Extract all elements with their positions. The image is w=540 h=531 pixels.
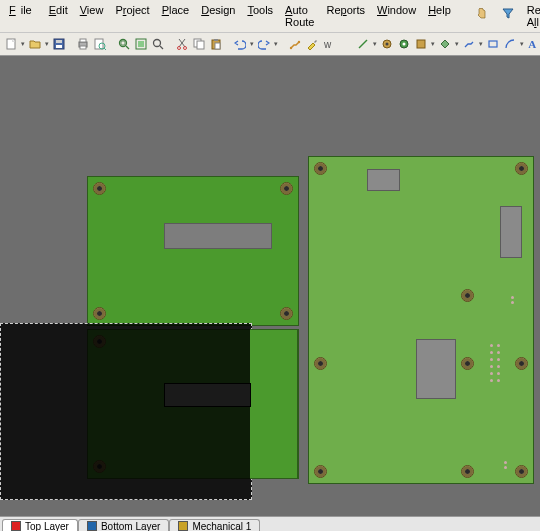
menu-file[interactable]: File (4, 2, 42, 30)
svg-rect-34 (417, 40, 425, 48)
mounting-hole[interactable] (280, 307, 293, 320)
svg-point-33 (403, 43, 406, 46)
svg-rect-26 (214, 39, 218, 41)
menu-repour[interactable]: Repour All (522, 2, 540, 30)
mounting-hole[interactable] (515, 162, 528, 175)
via-array[interactable] (490, 344, 493, 382)
menu-edit[interactable]: Edit (44, 2, 73, 30)
dropdown-arrow-icon[interactable]: ▾ (274, 36, 278, 52)
mounting-hole[interactable] (461, 465, 474, 478)
menu-help[interactable]: Help (423, 2, 456, 30)
selection-rectangle[interactable] (0, 323, 252, 500)
tab-top-layer[interactable]: Top Layer (2, 519, 78, 532)
paste-icon[interactable] (209, 35, 223, 53)
cutout[interactable] (164, 383, 251, 407)
dropdown-arrow-icon[interactable]: ▾ (21, 36, 25, 52)
cutout[interactable] (416, 339, 456, 399)
save-icon[interactable] (52, 35, 66, 53)
svg-rect-10 (80, 46, 86, 49)
toolbar-hand-icon[interactable] (470, 2, 494, 24)
dropdown-arrow-icon[interactable]: ▾ (455, 36, 459, 52)
menu-view[interactable]: View (75, 2, 109, 30)
mounting-hole[interactable] (93, 307, 106, 320)
mounting-hole[interactable] (461, 289, 474, 302)
coord-label: w (322, 39, 333, 50)
toolbar: ▾ ▾ ▾ ▾ w ▾ ▾ ▾ ▾ ▾ A ▾ [No Variations] … (0, 33, 540, 56)
place-via-icon[interactable] (380, 35, 394, 53)
place-fill-icon[interactable] (414, 35, 428, 53)
place-pad-icon[interactable] (397, 35, 411, 53)
place-track-icon[interactable] (356, 35, 370, 53)
zoom-fit-icon[interactable] (134, 35, 148, 53)
dropdown-arrow-icon[interactable]: ▾ (479, 36, 483, 52)
svg-point-28 (290, 47, 292, 49)
svg-point-31 (386, 43, 389, 46)
highlight-icon[interactable] (305, 35, 319, 53)
copy-icon[interactable] (192, 35, 206, 53)
dropdown-arrow-icon[interactable]: ▾ (373, 36, 377, 52)
mounting-hole[interactable] (515, 465, 528, 478)
place-rect-icon[interactable] (486, 35, 500, 53)
print-preview-icon[interactable] (93, 35, 107, 53)
redo-icon[interactable] (257, 35, 271, 53)
via-array[interactable] (497, 344, 500, 382)
menu-tools[interactable]: Tools (242, 2, 278, 30)
undo-icon[interactable] (233, 35, 247, 53)
place-string-icon[interactable]: A (527, 35, 537, 53)
mounting-hole[interactable] (515, 357, 528, 370)
menu-reports[interactable]: Reports (321, 2, 370, 30)
toolbar-filter-icon[interactable] (496, 2, 520, 24)
mounting-hole[interactable] (280, 182, 293, 195)
menu-place[interactable]: Place (157, 2, 195, 30)
svg-rect-35 (489, 41, 497, 47)
pcb-board-1[interactable] (87, 176, 299, 326)
svg-rect-7 (56, 40, 62, 43)
svg-line-15 (126, 46, 129, 49)
tab-bottom-layer[interactable]: Bottom Layer (78, 519, 169, 532)
route-icon[interactable] (288, 35, 302, 53)
svg-rect-24 (197, 41, 204, 49)
svg-point-14 (120, 40, 127, 47)
via-pair[interactable] (504, 461, 507, 469)
dropdown-arrow-icon[interactable]: ▾ (431, 36, 435, 52)
cut-icon[interactable] (175, 35, 189, 53)
place-polygon-icon[interactable] (438, 35, 452, 53)
svg-line-13 (104, 48, 106, 50)
menu-window[interactable]: Window (372, 2, 421, 30)
place-arc-icon[interactable] (503, 35, 517, 53)
pcb-board-2-visible[interactable] (250, 329, 298, 479)
dropdown-arrow-icon[interactable]: ▾ (520, 36, 524, 52)
cutout[interactable] (500, 206, 522, 258)
tab-label: Bottom Layer (101, 521, 160, 532)
print-icon[interactable] (76, 35, 90, 53)
svg-rect-6 (56, 45, 62, 48)
pcb-canvas[interactable] (0, 56, 540, 516)
svg-point-19 (154, 40, 161, 47)
menu-autoroute[interactable]: Auto Route (280, 2, 319, 30)
dropdown-arrow-icon[interactable]: ▾ (250, 36, 254, 52)
svg-rect-16 (121, 41, 125, 45)
cutout[interactable] (367, 169, 400, 191)
tab-mechanical-1[interactable]: Mechanical 1 (169, 519, 260, 532)
mounting-hole[interactable] (93, 182, 106, 195)
via-pair[interactable] (511, 296, 514, 304)
menu-bar: File Edit View Project Place Design Tool… (0, 0, 540, 33)
menu-design[interactable]: Design (196, 2, 240, 30)
cutout[interactable] (164, 223, 272, 249)
mounting-hole[interactable] (314, 162, 327, 175)
open-file-icon[interactable] (28, 35, 42, 53)
mounting-hole[interactable] (314, 357, 327, 370)
layer-swatch (178, 521, 188, 531)
new-file-icon[interactable] (4, 35, 18, 53)
menu-project[interactable]: Project (110, 2, 154, 30)
zoom-window-icon[interactable] (117, 35, 131, 53)
place-line-icon[interactable] (462, 35, 476, 53)
svg-rect-9 (80, 39, 86, 42)
dropdown-arrow-icon[interactable]: ▾ (45, 36, 49, 52)
svg-point-21 (178, 47, 181, 50)
svg-rect-27 (215, 43, 220, 49)
svg-rect-4 (7, 39, 15, 49)
zoom-selected-icon[interactable] (151, 35, 165, 53)
mounting-hole[interactable] (314, 465, 327, 478)
mounting-hole[interactable] (461, 357, 474, 370)
